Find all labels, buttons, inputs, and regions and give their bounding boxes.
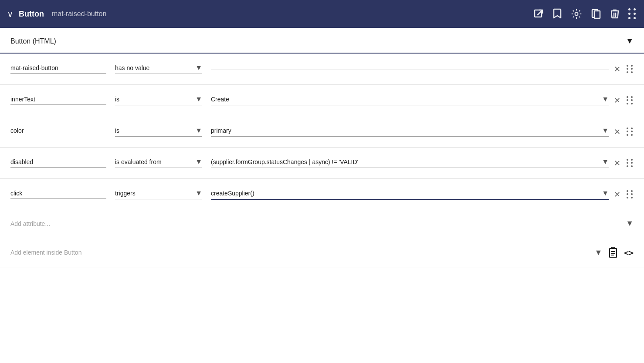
attr-value-disabled: (supplier.formGroup.statusChanges | asyn… <box>211 158 609 168</box>
section-title: Button (HTML) <box>10 37 626 45</box>
attr-operator-disabled[interactable]: is evaluated from ▼ <box>115 158 202 168</box>
svg-point-1 <box>575 13 578 16</box>
value-chevron[interactable]: ▼ <box>602 127 609 134</box>
value-chevron[interactable]: ▼ <box>602 158 609 166</box>
remove-attr-button[interactable]: ✕ <box>614 64 620 74</box>
bookmark-icon[interactable] <box>552 8 562 20</box>
add-element-row[interactable]: Add element inside Button ▼ <> <box>0 237 644 268</box>
header-actions <box>533 8 637 20</box>
section-collapse-chevron[interactable]: ▼ <box>626 37 634 46</box>
attr-actions-click: ✕ <box>614 190 634 199</box>
component-variant: mat-raised-button <box>52 10 106 18</box>
attr-actions-mat-raised-button: ✕ <box>614 64 634 74</box>
remove-attr-button[interactable]: ✕ <box>614 127 620 137</box>
svg-rect-0 <box>535 10 542 17</box>
add-element-chevron[interactable]: ▼ <box>594 248 602 257</box>
add-attribute-chevron[interactable]: ▼ <box>626 219 634 228</box>
attr-row-mat-raised-button: mat-raised-button has no value ▼ ✕ <box>0 54 644 85</box>
drag-handle-icon[interactable] <box>627 96 634 105</box>
attr-name-innertext: innerText <box>10 96 106 105</box>
attr-operator-click[interactable]: triggers ▼ <box>115 189 202 199</box>
code-icon[interactable]: <> <box>624 248 634 257</box>
attr-value-click[interactable]: createSupplier() ▼ <box>211 189 609 200</box>
drag-handle-icon[interactable] <box>627 65 634 74</box>
attr-actions-color: ✕ <box>614 127 634 137</box>
add-element-placeholder: Add element inside Button <box>10 249 594 256</box>
add-attribute-placeholder: Add attribute... <box>10 220 626 227</box>
external-link-icon[interactable] <box>533 9 544 19</box>
attr-name-color: color <box>10 127 106 136</box>
attr-row-disabled: disabled is evaluated from ▼ (supplier.f… <box>0 148 644 179</box>
drag-handle-icon[interactable] <box>627 159 634 168</box>
copy-icon[interactable] <box>591 8 601 20</box>
component-type: Button <box>19 10 44 19</box>
attr-row-click: click triggers ▼ createSupplier() ▼ ✕ <box>0 179 644 210</box>
drag-handle-icon[interactable] <box>627 128 634 136</box>
value-chevron[interactable]: ▼ <box>602 95 609 103</box>
attr-row-color: color is ▼ primary ▼ ✕ <box>0 116 644 148</box>
add-element-actions: ▼ <> <box>594 246 634 259</box>
collapse-chevron[interactable]: ∨ <box>7 9 14 19</box>
svg-rect-2 <box>594 11 600 18</box>
operator-chevron[interactable]: ▼ <box>195 64 202 72</box>
header: ∨ Button mat-raised-button <box>0 0 644 28</box>
attr-value-color: primary ▼ <box>211 127 609 137</box>
settings-icon[interactable] <box>571 8 582 20</box>
value-chevron[interactable]: ▼ <box>602 189 609 197</box>
more-options-icon[interactable] <box>628 8 637 20</box>
clipboard-icon[interactable] <box>607 246 619 259</box>
delete-icon[interactable] <box>610 8 620 20</box>
remove-attr-button[interactable]: ✕ <box>614 190 620 199</box>
attr-actions-innertext: ✕ <box>614 96 634 105</box>
attr-operator-mat-raised-button[interactable]: has no value ▼ <box>115 64 202 74</box>
operator-chevron[interactable]: ▼ <box>195 158 202 166</box>
attr-name-disabled: disabled <box>10 158 106 168</box>
attr-row-innertext: innerText is ▼ Create ▼ ✕ <box>0 85 644 116</box>
attr-operator-innertext[interactable]: is ▼ <box>115 95 202 105</box>
operator-chevron[interactable]: ▼ <box>195 127 202 134</box>
attr-value-mat-raised-button <box>211 68 609 70</box>
attr-name-click: click <box>10 190 106 199</box>
drag-handle-icon[interactable] <box>627 190 634 199</box>
attr-name-mat-raised-button: mat-raised-button <box>10 64 106 74</box>
attr-actions-disabled: ✕ <box>614 158 634 168</box>
section-title-row: Button (HTML) ▼ <box>0 28 644 54</box>
operator-chevron[interactable]: ▼ <box>195 189 202 197</box>
add-attribute-row[interactable]: Add attribute... ▼ <box>0 210 644 237</box>
remove-attr-button[interactable]: ✕ <box>614 96 620 105</box>
remove-attr-button[interactable]: ✕ <box>614 158 620 168</box>
attr-value-innertext: Create ▼ <box>211 95 609 105</box>
operator-chevron[interactable]: ▼ <box>195 95 202 103</box>
attr-operator-color[interactable]: is ▼ <box>115 127 202 137</box>
